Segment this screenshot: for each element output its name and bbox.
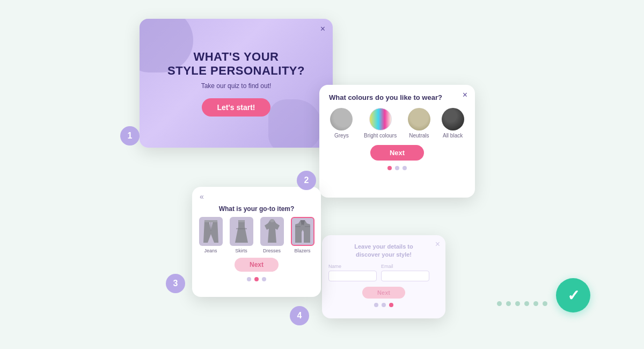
color-label-greys: Greys — [334, 133, 349, 139]
close-button-4[interactable]: × — [435, 239, 440, 249]
name-input[interactable] — [328, 271, 377, 281]
card2-next-wrapper: Next — [319, 145, 475, 161]
clothing-dresses[interactable]: Dresses — [260, 217, 284, 253]
dot-2-2 — [395, 166, 399, 170]
svg-point-4 — [270, 219, 274, 222]
color-option-neutrals[interactable]: Neutrals — [408, 108, 430, 139]
clothing-jeans[interactable]: Jeans — [199, 217, 223, 253]
color-circle-bright — [369, 108, 392, 130]
svg-rect-2 — [238, 220, 245, 222]
card2-next-button[interactable]: Next — [370, 145, 424, 161]
dot-4-2 — [382, 303, 386, 307]
step-badge-2: 2 — [297, 171, 316, 190]
clothing-skirts[interactable]: Skirts — [230, 217, 253, 253]
dot-3-2 — [254, 277, 259, 281]
card4-header: Leave your details todiscover your style… — [322, 235, 445, 264]
blazers-thumb — [291, 217, 314, 246]
step-badge-1: 1 — [120, 126, 140, 146]
blazers-label: Blazers — [294, 248, 310, 253]
progress-dot-4 — [524, 301, 529, 306]
clothing-blazers[interactable]: Blazers — [291, 217, 314, 253]
dresses-label: Dresses — [263, 248, 281, 253]
card4-dots — [322, 300, 445, 309]
card4-email-field: Email — [381, 264, 429, 281]
card1-content: WHAT'S YOURSTYLE PERSONALITY? Take our q… — [140, 19, 333, 148]
dot-4-3 — [389, 303, 393, 307]
jeans-thumb — [199, 217, 223, 246]
card-4: × Leave your details todiscover your sty… — [322, 235, 445, 318]
card3-next-wrapper: Next — [192, 258, 321, 272]
color-circle-neutrals — [408, 108, 430, 130]
color-label-black: All black — [443, 133, 463, 139]
progress-dot-2 — [506, 301, 511, 306]
step-badge-4: 4 — [290, 306, 309, 325]
card-1: × WHAT'S YOURSTYLE PERSONALITY? Take our… — [140, 19, 333, 148]
card4-fields: Name Email — [322, 264, 445, 286]
color-circle-greys — [330, 108, 353, 130]
card1-subtitle: Take our quiz to find out! — [201, 82, 272, 90]
card3-dots — [192, 274, 321, 283]
progress-dot-6 — [543, 301, 547, 306]
card3-nav[interactable]: « — [192, 187, 321, 203]
card4-name-field: Name — [328, 264, 377, 281]
dot-4-1 — [374, 303, 378, 307]
svg-rect-1 — [204, 220, 217, 222]
card2-question: What colours do you like to wear? — [319, 85, 475, 106]
color-options: Greys Bright colours Neutrals All black — [319, 106, 475, 141]
progress-dot-5 — [533, 301, 538, 306]
check-icon: ✓ — [567, 287, 580, 304]
dresses-thumb — [260, 217, 284, 246]
card3-question: What is your go-to item? — [192, 203, 321, 217]
progress-dot-1 — [497, 301, 502, 306]
card1-title: WHAT'S YOURSTYLE PERSONALITY? — [167, 50, 305, 78]
close-button-1[interactable]: × — [320, 24, 325, 34]
clothing-options: Jeans Skirts Dresses — [192, 217, 321, 253]
progress-dot-3 — [515, 301, 520, 306]
dot-2-3 — [402, 166, 407, 170]
lets-start-button[interactable]: Let's start! — [202, 98, 270, 117]
close-button-2[interactable]: × — [463, 90, 467, 100]
dot-2-1 — [387, 166, 392, 170]
card4-next-button[interactable]: Next — [362, 287, 405, 299]
color-circle-black — [442, 108, 464, 130]
step-badge-3: 3 — [166, 274, 185, 293]
color-option-bright[interactable]: Bright colours — [364, 108, 397, 139]
email-input[interactable] — [381, 271, 429, 281]
color-label-neutrals: Neutrals — [409, 133, 429, 139]
skirts-thumb — [230, 217, 253, 246]
color-option-black[interactable]: All black — [442, 108, 464, 139]
card4-next-wrapper: Next — [322, 287, 445, 299]
card2-dots — [319, 163, 475, 172]
dot-3-1 — [247, 277, 251, 281]
email-label: Email — [381, 264, 429, 269]
card-3: « What is your go-to item? Jeans — [192, 187, 321, 297]
jeans-label: Jeans — [204, 248, 217, 253]
skirts-label: Skirts — [235, 248, 247, 253]
card-2: × What colours do you like to wear? Grey… — [319, 85, 475, 198]
name-label: Name — [328, 264, 377, 269]
dot-3-3 — [262, 277, 266, 281]
color-option-greys[interactable]: Greys — [330, 108, 353, 139]
card3-next-button[interactable]: Next — [235, 258, 279, 272]
progress-dots-row — [497, 301, 547, 306]
success-circle: ✓ — [556, 278, 590, 312]
color-label-bright: Bright colours — [364, 133, 397, 139]
